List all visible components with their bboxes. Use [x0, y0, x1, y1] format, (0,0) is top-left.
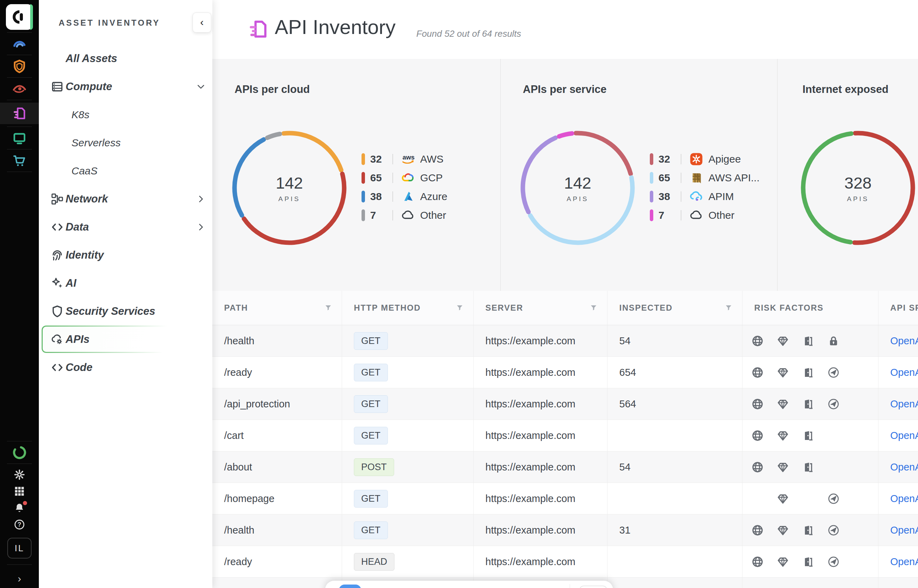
legend-label: Azure: [420, 191, 447, 202]
page-header: API Inventory Found 52 out of 64 results: [212, 0, 918, 59]
user-avatar[interactable]: IL: [7, 538, 32, 559]
table-row[interactable]: /api_protectionGEThttps://example.com564…: [212, 388, 918, 420]
inspected-cell: [607, 420, 742, 451]
filter-funnel-icon[interactable]: [590, 304, 597, 312]
selected-highlight: [42, 326, 194, 353]
legend-value: 7: [370, 209, 392, 221]
sidebar-item-code[interactable]: Code: [39, 353, 212, 381]
svg-text:aws: aws: [402, 153, 414, 161]
legend-value: 65: [659, 172, 681, 184]
apim-icon: [689, 189, 704, 204]
columns-icon[interactable]: [377, 586, 389, 588]
rail-divider: [7, 77, 32, 78]
sidebar-item-caas[interactable]: CaaS: [39, 157, 212, 185]
method-badge: GET: [354, 490, 388, 507]
sidebar-item-all-assets[interactable]: All Assets: [39, 44, 212, 73]
risk-slot: [802, 524, 827, 536]
openapi-link[interactable]: OpenAPI: [890, 493, 918, 504]
cart-icon[interactable]: [0, 152, 39, 169]
inspected-cell: 564: [607, 388, 742, 420]
table-row[interactable]: /aboutPOSThttps://example.com54OpenAPI: [212, 451, 918, 483]
globe-icon: [751, 430, 764, 442]
page-size-box[interactable]: [579, 586, 607, 588]
sidebar-item-data[interactable]: Data: [39, 213, 212, 241]
help-icon[interactable]: ?: [0, 516, 39, 533]
rail-expand-chevron[interactable]: ›: [18, 573, 21, 585]
density-icon[interactable]: [411, 586, 423, 588]
sidebar-item-security-services[interactable]: Security Services: [39, 297, 212, 325]
sidebar-item-apis[interactable]: APIs: [39, 325, 212, 353]
door-icon: [802, 430, 814, 442]
risk-slot: [777, 398, 802, 410]
results-count: Found 52 out of 64 results: [416, 28, 521, 39]
legend-color-bar: [650, 191, 653, 202]
donut-chart: 142APIS: [518, 128, 637, 247]
table-row[interactable]: /healthGEThttps://example.com31OpenAPI: [212, 515, 918, 546]
table-row[interactable]: /homepageGEThttps://example.comOpenAPI: [212, 483, 918, 515]
filter-funnel-icon[interactable]: [456, 304, 463, 312]
path-cell: /homepage: [212, 483, 342, 514]
risk-factors-cell: [742, 325, 878, 356]
legend-label: APIM: [708, 191, 734, 202]
openapi-link[interactable]: OpenAPI: [890, 462, 918, 473]
diamonds-icon[interactable]: [512, 586, 524, 588]
sidebar-item-label: Network: [66, 193, 108, 205]
sidebar-item-ai[interactable]: AI: [39, 269, 212, 297]
risk-slot: [751, 367, 777, 379]
table-row[interactable]: /cartGEThttps://example.comOpenAPI: [212, 420, 918, 451]
api-document-icon[interactable]: [0, 103, 39, 124]
openapi-link[interactable]: OpenAPI: [890, 335, 918, 347]
method-badge: GET: [354, 364, 388, 381]
monitoring-arcs-icon[interactable]: [0, 35, 39, 52]
dot-icon[interactable]: [442, 586, 454, 588]
risk-slot: [827, 398, 853, 410]
legend-divider: [392, 210, 393, 221]
table-row[interactable]: /healthGEThttps://example.com54OpenAPI: [212, 325, 918, 357]
sidebar-item-serverless[interactable]: Serverless: [39, 129, 212, 157]
legend-item: 65AWS API...: [650, 168, 759, 187]
table-row[interactable]: /readyHEADhttps://example.comOpenAPI: [212, 546, 918, 578]
brand-logo[interactable]: [6, 4, 33, 30]
openapi-link[interactable]: OpenAPI: [890, 430, 918, 441]
legend-color-bar: [650, 172, 653, 184]
table-row[interactable]: /readyGEThttps://example.com654OpenAPI: [212, 357, 918, 388]
shield-icon[interactable]: [0, 58, 39, 75]
server-cell: https://example.com: [474, 420, 607, 451]
legend-item: 38Azure: [361, 187, 447, 206]
risk-slot: [751, 461, 777, 473]
risk-slot: [802, 335, 827, 347]
monitor-icon[interactable]: [0, 129, 39, 147]
legend-item: 7Other: [361, 206, 447, 225]
sidebar-item-network[interactable]: Network: [39, 185, 212, 213]
filter-funnel-icon[interactable]: [324, 304, 332, 312]
globe-icon: [751, 524, 764, 536]
sidebar-collapse-button[interactable]: ‹: [193, 13, 211, 32]
apps-grid-icon[interactable]: [0, 483, 39, 499]
fingerprint-icon: [50, 248, 64, 262]
openapi-link[interactable]: OpenAPI: [890, 556, 918, 567]
method-badge: GET: [354, 395, 388, 413]
door-icon: [802, 367, 814, 379]
legend-divider: [681, 173, 682, 183]
apigee-icon: [689, 152, 704, 166]
globe-icon: [751, 461, 764, 473]
openapi-link[interactable]: OpenAPI: [890, 367, 918, 378]
sidebar-item-label: Security Services: [66, 305, 155, 318]
path-cell: /about: [212, 451, 342, 483]
legend-value: 32: [659, 153, 681, 165]
sidebar-item-compute[interactable]: Compute: [39, 73, 212, 100]
sync-ring-icon[interactable]: [0, 444, 39, 461]
sidebar-item-k8s[interactable]: K8s: [39, 100, 212, 129]
target-icon[interactable]: [478, 586, 489, 588]
openapi-link[interactable]: OpenAPI: [890, 398, 918, 410]
inspected-cell: [607, 546, 742, 577]
sidebar-item-label: Identity: [66, 249, 104, 262]
sidebar-item-identity[interactable]: Identity: [39, 241, 212, 269]
notifications-bell-icon[interactable]: [0, 499, 39, 516]
filter-funnel-icon[interactable]: [725, 304, 732, 312]
openapi-link[interactable]: OpenAPI: [890, 525, 918, 536]
settings-gear-icon[interactable]: [0, 466, 39, 483]
inspected-cell: 31: [607, 515, 742, 546]
eye-icon[interactable]: [0, 80, 39, 97]
page-primary-button[interactable]: [339, 585, 361, 588]
